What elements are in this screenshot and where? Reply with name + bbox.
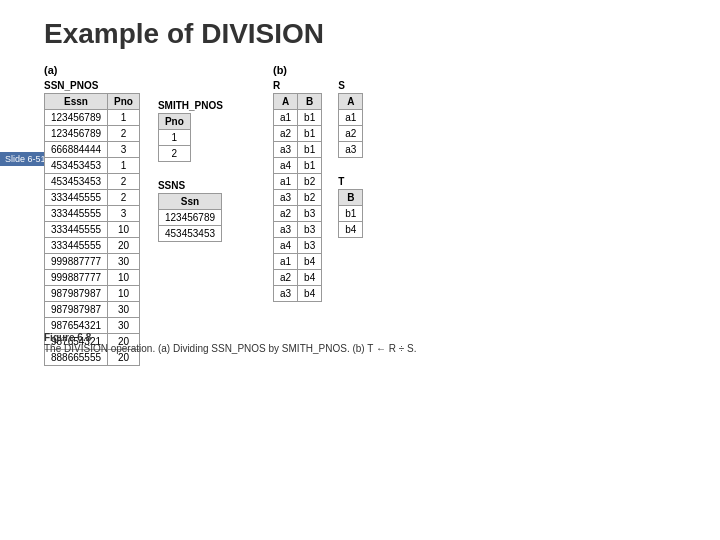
ssns-table: Ssn 123456789453453453 (158, 193, 222, 242)
ssn-pnos-label: SSN_PNOS (44, 80, 140, 91)
ssns-label: SSNS (158, 180, 223, 191)
table-cell: 666884444 (45, 142, 108, 158)
col-pno: Pno (108, 94, 140, 110)
table-cell: b4 (298, 270, 322, 286)
col-essn: Essn (45, 94, 108, 110)
table-cell: a1 (273, 174, 297, 190)
table-cell: 333445555 (45, 206, 108, 222)
table-cell: a3 (273, 190, 297, 206)
col-smith-pno: Pno (158, 114, 190, 130)
table-cell: 10 (108, 286, 140, 302)
col-r-b: B (298, 94, 322, 110)
figure-caption: Figure 6.8 The DIVISION operation. (a) D… (44, 332, 416, 354)
t-label: T (338, 176, 363, 187)
t-table: B b1b4 (338, 189, 363, 238)
col-t-b: B (339, 190, 363, 206)
s-label: S (338, 80, 363, 91)
table-cell: 987987987 (45, 302, 108, 318)
table-cell: b1 (298, 110, 322, 126)
table-cell: 123456789 (158, 210, 221, 226)
table-cell: 999887777 (45, 270, 108, 286)
r-label: R (273, 80, 322, 91)
table-cell: a2 (339, 126, 363, 142)
table-cell: a2 (273, 206, 297, 222)
table-cell: b1 (298, 126, 322, 142)
table-cell: 1 (158, 130, 190, 146)
table-cell: a1 (273, 254, 297, 270)
table-cell: b2 (298, 190, 322, 206)
smith-pnos-table: Pno 12 (158, 113, 191, 162)
table-cell: 333445555 (45, 190, 108, 206)
table-cell: b3 (298, 222, 322, 238)
table-cell: a3 (273, 286, 297, 302)
table-cell: a1 (273, 110, 297, 126)
table-cell: 30 (108, 254, 140, 270)
table-cell: 2 (108, 126, 140, 142)
table-cell: b3 (298, 238, 322, 254)
table-cell: 20 (108, 238, 140, 254)
table-cell: b4 (339, 222, 363, 238)
table-cell: 453453453 (45, 174, 108, 190)
table-cell: 3 (108, 142, 140, 158)
table-cell: 3 (108, 206, 140, 222)
r-table: A B a1b1a2b1a3b1a4b1a1b2a3b2a2b3a3b3a4b3… (273, 93, 322, 302)
table-cell: 333445555 (45, 238, 108, 254)
table-cell: b1 (298, 142, 322, 158)
smith-pnos-label: SMITH_PNOS (158, 100, 223, 111)
table-cell: 999887777 (45, 254, 108, 270)
table-cell: 1 (108, 158, 140, 174)
table-cell: b3 (298, 206, 322, 222)
table-cell: b1 (339, 206, 363, 222)
table-cell: 2 (158, 146, 190, 162)
s-table: A a1a2a3 (338, 93, 363, 158)
table-cell: 2 (108, 174, 140, 190)
table-cell: 1 (108, 110, 140, 126)
col-s-a: A (339, 94, 363, 110)
table-cell: 123456789 (45, 110, 108, 126)
table-cell: 987987987 (45, 286, 108, 302)
table-cell: a3 (273, 142, 297, 158)
table-cell: 453453453 (158, 226, 221, 242)
table-cell: 10 (108, 222, 140, 238)
label-b: (b) (273, 64, 363, 76)
col-ssn: Ssn (158, 194, 221, 210)
table-cell: 123456789 (45, 126, 108, 142)
table-cell: b2 (298, 174, 322, 190)
label-a: (a) (44, 64, 223, 76)
table-cell: a4 (273, 158, 297, 174)
table-cell: 10 (108, 270, 140, 286)
table-cell: 333445555 (45, 222, 108, 238)
table-cell: a2 (273, 126, 297, 142)
table-cell: a1 (339, 110, 363, 126)
table-cell: b4 (298, 254, 322, 270)
col-r-a: A (273, 94, 297, 110)
page-title: Example of DIVISION (0, 0, 720, 58)
table-cell: 2 (108, 190, 140, 206)
table-cell: a3 (273, 222, 297, 238)
table-cell: 30 (108, 302, 140, 318)
table-cell: a2 (273, 270, 297, 286)
table-cell: a3 (339, 142, 363, 158)
table-cell: 453453453 (45, 158, 108, 174)
table-cell: a4 (273, 238, 297, 254)
ssn-pnos-table: Essn Pno 1234567891123456789266688444434… (44, 93, 140, 366)
table-cell: b4 (298, 286, 322, 302)
table-cell: b1 (298, 158, 322, 174)
